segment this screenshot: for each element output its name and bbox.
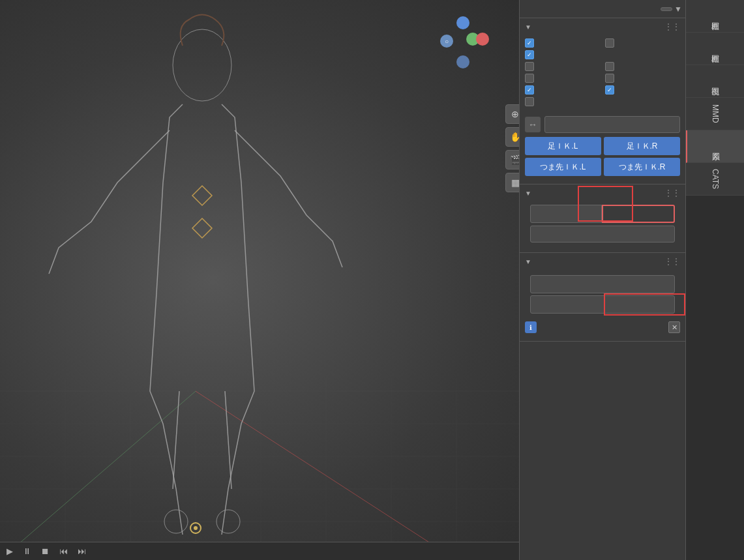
- svg-line-16: [225, 391, 231, 489]
- toon-checkbox[interactable]: [525, 85, 534, 95]
- cache-close-button[interactable]: ✕: [668, 321, 680, 333]
- grid-checkbox-group: [525, 38, 600, 48]
- checkbox-row-3: [525, 62, 680, 71]
- checkbox-row-4: [525, 74, 680, 83]
- rigid-checkbox[interactable]: [525, 62, 534, 71]
- skeleton-checkbox-group: [525, 50, 680, 59]
- tab-item-mmd[interactable]: MMD: [686, 98, 744, 130]
- mmd-shading-content: [520, 201, 685, 247]
- unbind-button[interactable]: [530, 295, 675, 314]
- tab-item-3[interactable]: 視图: [686, 65, 744, 98]
- viewport: ○ ⊕ ✋ 🎬 ▦ ▶ ⏸ ⏹ ⏮ ⏭: [0, 0, 531, 560]
- joint-checkbox[interactable]: [525, 74, 534, 83]
- rigid-checkbox-group: [525, 62, 600, 71]
- mmd-sdef-content: [520, 270, 685, 319]
- sphere-checkbox[interactable]: [605, 85, 614, 95]
- tab-item-cats[interactable]: CATS: [686, 163, 744, 196]
- property-drivers-button[interactable]: [544, 116, 680, 133]
- shading-arrow: ▼: [525, 190, 531, 197]
- panel-topbar: ▼: [520, 0, 685, 18]
- toon-checkbox-group: [525, 85, 600, 95]
- mmd-shading-section: ▼ ⋮⋮: [520, 184, 685, 253]
- pause-icon[interactable]: ⏸: [23, 546, 31, 556]
- reset-button[interactable]: [530, 226, 675, 243]
- shading-buttons-row: [525, 205, 680, 223]
- sphere-checkbox-group: [605, 85, 680, 95]
- info-icon: ℹ: [525, 321, 537, 333]
- stop-icon[interactable]: ⏹: [41, 546, 50, 556]
- cache-info-row: ℹ ✕: [520, 319, 685, 336]
- joint-name-checkbox-group: [605, 74, 680, 83]
- joint-checkbox-group: [525, 74, 600, 83]
- mmd-shading-header[interactable]: ▼ ⋮⋮: [520, 184, 685, 201]
- shading-dots: ⋮⋮: [664, 188, 680, 198]
- mmd-sdef-section: ▼ ⋮⋮ ℹ ✕: [520, 253, 685, 342]
- gizmo-x-axis[interactable]: [476, 33, 489, 46]
- bottom-bar: ▶ ⏸ ⏹ ⏮ ⏭: [0, 542, 531, 560]
- joint-name-checkbox[interactable]: [605, 74, 614, 83]
- checkbox-row-6: [525, 97, 680, 106]
- svg-line-15: [173, 391, 179, 489]
- property-drivers-icon: ↔: [525, 117, 541, 132]
- tab-bar: 囲框 囲框 視图 MMD 系図 CATS: [685, 0, 744, 560]
- checkbox-row-2: [525, 50, 680, 59]
- tsumasaki-right-button[interactable]: つま先ＩＫ.R: [604, 158, 680, 176]
- temp-checkbox-group: [605, 38, 680, 48]
- section-dots: ⋮⋮: [664, 22, 680, 31]
- tsumasaki-left-button[interactable]: つま先ＩＫ.L: [525, 158, 601, 176]
- sdef-arrow: ▼: [525, 258, 531, 265]
- rigid-right-checkbox-group: [605, 62, 680, 71]
- property-drivers-row: ↔: [520, 113, 685, 136]
- svg-point-18: [216, 510, 240, 533]
- svg-line-12: [0, 391, 196, 560]
- prev-icon[interactable]: ⏮: [59, 546, 68, 556]
- bind-button[interactable]: [530, 275, 675, 293]
- mmd-display-header[interactable]: ▼ ⋮⋮: [520, 18, 685, 35]
- svg-point-20: [194, 526, 198, 530]
- ik-right-button[interactable]: 足ＩＫ.R: [604, 137, 680, 155]
- sdef-checkbox[interactable]: [525, 97, 534, 106]
- svg-point-17: [164, 510, 188, 533]
- gizmo-dot: [456, 55, 469, 68]
- gizmo-circle[interactable]: ○: [440, 35, 453, 48]
- grid-checkbox[interactable]: [525, 38, 534, 48]
- nav-gizmo[interactable]: ○: [430, 16, 496, 101]
- ik-left-button[interactable]: 足ＩＫ.L: [525, 137, 601, 155]
- next-icon[interactable]: ⏭: [78, 546, 86, 556]
- mmd-display-content: [520, 35, 685, 112]
- sdef-checkbox-group: [525, 97, 680, 106]
- play-icon[interactable]: ▶: [7, 546, 13, 556]
- character-area: ○ ⊕ ✋ 🎬 ▦: [0, 0, 531, 560]
- sdef-dots: ⋮⋮: [664, 257, 680, 266]
- ik-buttons-row-2: つま先ＩＫ.L つま先ＩＫ.R: [520, 158, 685, 176]
- gizmo-z-axis[interactable]: [456, 16, 469, 29]
- right-panel: ▼ ▼ ⋮⋮: [519, 0, 685, 560]
- tab-item-2[interactable]: 囲框: [686, 33, 744, 65]
- temp-checkbox[interactable]: [605, 38, 614, 48]
- mmd-display-section: ▼ ⋮⋮: [520, 18, 685, 184]
- glsl-button[interactable]: [530, 205, 602, 223]
- rigid-right-checkbox[interactable]: [605, 62, 614, 71]
- options-button[interactable]: [661, 7, 672, 11]
- svg-point-19: [190, 523, 201, 533]
- section-arrow: ▼: [525, 23, 531, 31]
- ik-buttons-row-1: 足ＩＫ.L 足ＩＫ.R: [520, 137, 685, 155]
- tab-item-keizu[interactable]: 系図: [686, 130, 744, 163]
- dropdown-arrow: ▼: [674, 5, 682, 14]
- checkbox-row-5: [525, 85, 680, 95]
- svg-point-14: [173, 29, 231, 101]
- checkbox-row-1: [525, 38, 680, 48]
- tab-item-1[interactable]: 囲框: [686, 0, 744, 33]
- shadeless-button[interactable]: [602, 205, 675, 223]
- skeleton-checkbox[interactable]: [525, 50, 534, 59]
- mmd-sdef-header[interactable]: ▼ ⋮⋮: [520, 253, 685, 270]
- svg-line-13: [196, 391, 456, 560]
